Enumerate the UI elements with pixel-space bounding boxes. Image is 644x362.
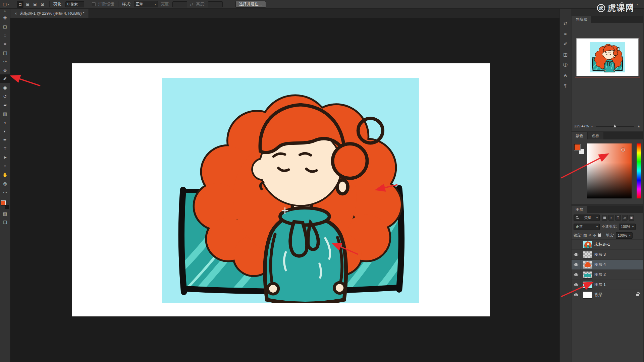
chevron-down-icon[interactable]: ▾ — [637, 3, 638, 6]
filter-type-icon[interactable]: T — [615, 215, 621, 221]
layer-row-5[interactable]: 图层 1 — [572, 280, 643, 290]
navigator-zoom-value[interactable]: 229.47% — [574, 124, 589, 128]
color-tab[interactable]: 颜色 — [572, 132, 587, 139]
background-color-swatch[interactable] — [5, 205, 9, 209]
path-select-tool[interactable]: ➤ — [0, 153, 10, 162]
navigator-tab[interactable]: 导航器 — [572, 16, 591, 23]
panel-color-swatches[interactable] — [574, 144, 584, 154]
navigator-panel: 导航器 229.47% ▲ ▲ — [572, 16, 643, 131]
feather-input[interactable]: 0 像素 — [65, 1, 84, 7]
filter-smart-icon[interactable]: ▣ — [629, 215, 634, 221]
fill-dropdown[interactable]: 100% ▾ — [616, 232, 633, 239]
antialias-checkbox[interactable] — [92, 2, 96, 6]
lock-transparent-icon[interactable]: ▨ — [583, 233, 587, 238]
zoom-in-icon[interactable]: ▲ — [637, 124, 641, 128]
styles-icon[interactable]: ✐ — [563, 39, 568, 49]
foreground-color-swatch[interactable] — [574, 144, 580, 150]
layers-tab[interactable]: 图层 — [572, 206, 587, 213]
filter-shape-icon[interactable]: ▱ — [622, 215, 628, 221]
layer-visibility-toggle[interactable] — [572, 240, 581, 249]
layer-visibility-toggle[interactable] — [572, 290, 581, 300]
hand-tool[interactable]: ✋ — [0, 170, 10, 179]
layer-visibility-toggle[interactable] — [572, 280, 581, 290]
toolbar-collapse-icon[interactable]: » — [4, 9, 6, 13]
brush-tool[interactable]: ✐ — [0, 74, 10, 83]
canvas-artwork[interactable] — [162, 78, 419, 303]
gradient-tool[interactable]: ▥ — [0, 109, 10, 118]
lock-position-icon[interactable]: ✛ — [593, 233, 596, 238]
dodge-tool[interactable]: ◐ — [0, 127, 10, 135]
layer-filter-dropdown[interactable]: 类型 ▾ — [574, 215, 600, 221]
type-tool[interactable]: T — [0, 144, 10, 153]
color-swatches[interactable] — [1, 200, 9, 209]
filter-pixel-icon[interactable]: ▦ — [602, 215, 607, 221]
eraser-tool[interactable]: ▰ — [0, 101, 10, 109]
intersect-selection-icon[interactable]: ⊠ — [39, 1, 46, 8]
layer-row-1[interactable]: 未标题-1 — [572, 240, 643, 250]
layer-thumbnail[interactable] — [583, 292, 592, 298]
search-icon[interactable] — [620, 2, 625, 6]
color-picker-cursor[interactable] — [621, 148, 625, 152]
marquee-tool[interactable]: ▢ — [0, 22, 10, 31]
layer-thumbnail[interactable] — [583, 261, 592, 268]
layer-name: 背景 — [594, 292, 602, 298]
workspace-icon[interactable]: ◫ — [629, 2, 633, 7]
zoom-slider-thumb[interactable] — [613, 124, 616, 127]
layer-row-3[interactable]: 图层 4 — [572, 260, 643, 270]
navigator-thumbnail[interactable] — [576, 32, 639, 82]
paragraph-panel-icon[interactable]: ¶ — [563, 80, 568, 91]
add-selection-icon[interactable]: ⊞ — [24, 1, 31, 8]
crop-tool[interactable]: ◳ — [0, 48, 10, 57]
document-tab[interactable]: ✕ 未标题-1 @ 229% (图层 4, RGB/8) * — [10, 9, 89, 18]
layer-thumbnail[interactable] — [583, 241, 592, 248]
quick-mask-icon[interactable]: ▨ — [0, 209, 10, 218]
lock-all-icon[interactable] — [598, 234, 601, 237]
tool-preset-dropdown[interactable]: ▢ ▾ — [3, 2, 9, 7]
layer-thumbnail[interactable] — [583, 282, 592, 288]
navigator-zoom-slider[interactable] — [596, 126, 634, 127]
libraries-icon[interactable]: ◫ — [563, 49, 568, 60]
layer-thumbnail[interactable] — [583, 251, 592, 258]
canvas-area[interactable] — [10, 18, 559, 362]
ellipse-tool[interactable]: ○ — [0, 162, 10, 170]
filter-adjustment-icon[interactable]: ◐ — [608, 215, 614, 221]
swatches-tab[interactable]: 色板 — [588, 132, 603, 139]
pen-tool[interactable]: ✒ — [0, 135, 10, 144]
layer-visibility-toggle[interactable] — [572, 250, 581, 259]
arrows-swap-icon[interactable]: ⇄ — [563, 18, 568, 28]
subtract-selection-icon[interactable]: ⊟ — [32, 1, 38, 8]
foreground-color-swatch[interactable] — [1, 200, 6, 205]
new-selection-icon[interactable]: □ — [17, 1, 23, 8]
clone-stamp-tool[interactable]: ◉ — [0, 83, 10, 92]
style-dropdown[interactable]: 正常 ▾ — [134, 1, 158, 7]
select-and-mask-button[interactable]: 选择并遮住… — [235, 1, 266, 8]
artboard[interactable] — [72, 63, 490, 316]
move-tool[interactable]: ✚ — [0, 13, 10, 22]
lock-pixels-icon[interactable]: ✐ — [588, 233, 591, 238]
eyedropper-tool[interactable]: ✑ — [0, 57, 10, 66]
layer-row-2[interactable]: 图层 3 — [572, 250, 643, 260]
close-tab-icon[interactable]: ✕ — [14, 12, 17, 15]
magic-wand-tool[interactable]: ✶ — [0, 40, 10, 48]
layer-visibility-toggle[interactable] — [572, 270, 581, 280]
healing-brush-tool[interactable]: ⊕ — [0, 66, 10, 74]
info-icon[interactable]: ⓘ — [563, 60, 568, 70]
layer-row-6[interactable]: 背景 — [572, 290, 643, 300]
blur-tool[interactable]: ◖ — [0, 118, 10, 127]
character-panel-icon[interactable]: A — [563, 70, 568, 80]
adjustments-icon[interactable]: ≡ — [563, 28, 568, 39]
opacity-dropdown[interactable]: 100% ▾ — [619, 224, 636, 230]
blend-mode-dropdown[interactable]: 正常 ▾ — [574, 224, 600, 230]
history-brush-tool[interactable]: ↺ — [0, 92, 10, 101]
zoom-out-icon[interactable]: ▲ — [591, 125, 593, 127]
layer-thumbnail[interactable] — [583, 272, 592, 278]
hue-strip[interactable] — [637, 143, 641, 198]
layer-visibility-toggle[interactable] — [572, 260, 581, 269]
lasso-tool[interactable]: ◌ — [0, 31, 10, 40]
screen-mode-icon[interactable]: ❏ — [0, 218, 10, 227]
zoom-tool[interactable]: ◎ — [0, 179, 10, 188]
saturation-brightness-field[interactable] — [587, 143, 632, 198]
layer-row-4[interactable]: 图层 2 — [572, 270, 643, 280]
edit-toolbar-icon[interactable]: ⋯ — [0, 188, 10, 196]
document-title: 未标题-1 @ 229% (图层 4, RGB/8) * — [20, 11, 84, 16]
